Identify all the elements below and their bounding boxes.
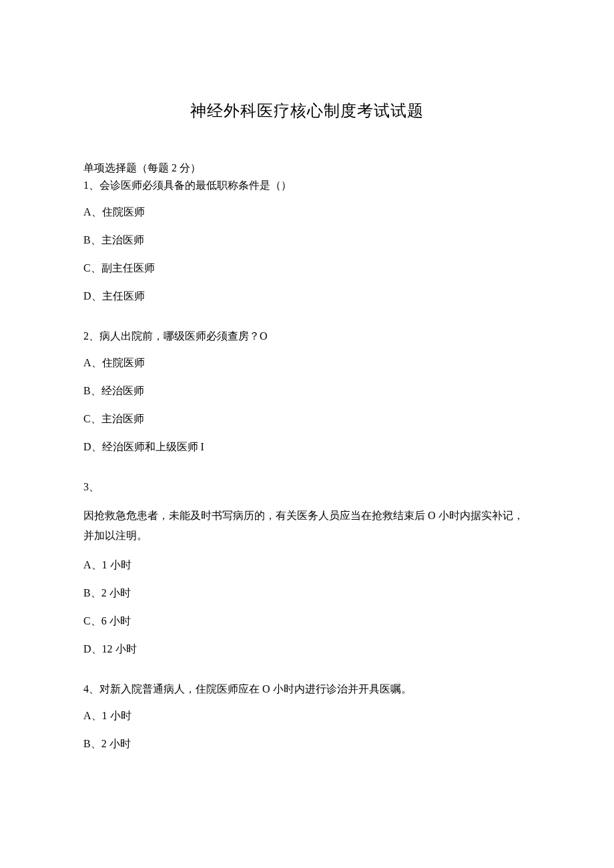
question-4: 4、对新入院普通病人，住院医师应在 O 小时内进行诊治并开具医嘱。 A、1 小时… [83, 681, 531, 752]
question-4-option-b: B、2 小时 [83, 736, 531, 752]
question-4-stem: 4、对新入院普通病人，住院医师应在 O 小时内进行诊治并开具医嘱。 [83, 681, 531, 697]
page-title: 神经外科医疗核心制度考试试题 [83, 100, 531, 121]
question-1-option-b: B、主治医师 [83, 232, 531, 248]
question-2-option-d: D、经治医师和上级医师 I [83, 439, 531, 455]
question-2-option-b: B、经治医师 [83, 383, 531, 399]
question-3-stem: 因抢救急危患者，未能及时书写病历的，有关医务人员应当在抢救结束后 O 小时内据实… [83, 506, 531, 546]
question-3-number: 3、 [83, 479, 531, 495]
question-2-option-a: A、住院医师 [83, 355, 531, 371]
question-3-option-b: B、2 小时 [83, 585, 531, 601]
question-1-option-c: C、副主任医师 [83, 260, 531, 276]
question-3-option-a: A、1 小时 [83, 557, 531, 573]
question-1-option-a: A、住院医师 [83, 204, 531, 220]
question-4-option-a: A、1 小时 [83, 708, 531, 724]
question-1-stem: 1、会诊医师必须具备的最低职称条件是（） [83, 177, 531, 193]
question-3: 3、 因抢救急危患者，未能及时书写病历的，有关医务人员应当在抢救结束后 O 小时… [83, 479, 531, 657]
question-2-stem: 2、病人出院前，哪级医师必须查房？O [83, 328, 531, 344]
section-intro: 单项选择题（每题 2 分） [83, 160, 531, 176]
question-2: 2、病人出院前，哪级医师必须查房？O A、住院医师 B、经治医师 C、主治医师 … [83, 328, 531, 455]
question-3-option-c: C、6 小时 [83, 613, 531, 629]
question-3-option-d: D、12 小时 [83, 641, 531, 657]
question-2-option-c: C、主治医师 [83, 411, 531, 427]
question-1: 1、会诊医师必须具备的最低职称条件是（） A、住院医师 B、主治医师 C、副主任… [83, 177, 531, 304]
question-1-option-d: D、主任医师 [83, 288, 531, 304]
